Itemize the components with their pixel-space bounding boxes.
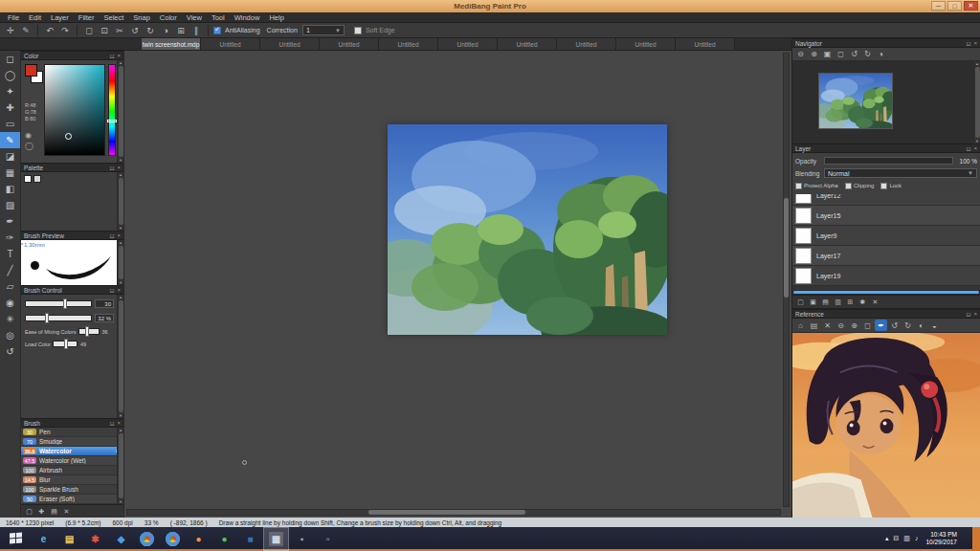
- tab-untitled-7[interactable]: Untitled: [557, 38, 616, 50]
- tab-untitled-2[interactable]: Untitled: [260, 38, 320, 50]
- layer-list-scrollbar[interactable]: [792, 290, 980, 295]
- nav-rotate-left-icon[interactable]: ↺: [848, 49, 860, 60]
- canvas-hscrollbar[interactable]: [126, 509, 781, 516]
- menu-item-filter[interactable]: Filter: [74, 13, 100, 22]
- brush-item-blur[interactable]: 14.5Blur: [21, 475, 123, 485]
- brush-preview-scrollbar[interactable]: ▲▼: [117, 240, 123, 285]
- layer-row[interactable]: Layer12: [792, 194, 980, 206]
- battery-icon[interactable]: ⊟: [893, 535, 899, 542]
- lock-checkbox[interactable]: [880, 183, 887, 189]
- opacity-slider[interactable]: [824, 157, 953, 165]
- popout-icon[interactable]: ⊡: [109, 287, 114, 294]
- close-panel-icon[interactable]: ×: [117, 53, 121, 59]
- ref-eyedropper-icon[interactable]: ✒: [875, 320, 887, 331]
- brush-item-eraser-soft-[interactable]: 50Eraser (Soft): [21, 495, 123, 504]
- pen-settings-icon[interactable]: ✎: [19, 25, 33, 36]
- gradient-tool-icon[interactable]: ▨: [0, 197, 20, 213]
- load-color-slider[interactable]: [53, 341, 78, 347]
- ref-home-icon[interactable]: ⌂: [794, 320, 807, 331]
- popout-icon[interactable]: ⊡: [109, 232, 114, 239]
- popout-icon[interactable]: ⊡: [966, 40, 970, 47]
- ref-rotate-left-icon[interactable]: ↺: [888, 320, 901, 331]
- brush-item-pen[interactable]: 30Pen: [21, 428, 123, 437]
- delete-brush-icon[interactable]: ✕: [61, 507, 72, 517]
- close-panel-icon[interactable]: ×: [973, 311, 977, 318]
- brush-tool-icon[interactable]: ✎: [0, 132, 20, 148]
- correction-dropdown[interactable]: 1 ▼: [302, 25, 345, 35]
- palette-swatch[interactable]: [24, 175, 32, 183]
- select-pen-tool-icon[interactable]: ✒: [0, 213, 20, 230]
- hue-marker[interactable]: [107, 120, 117, 122]
- hand-tool-icon[interactable]: ✳: [0, 311, 20, 327]
- eyedropper-tool-icon[interactable]: ◉: [0, 295, 20, 311]
- taskbar-app-navy[interactable]: ■: [237, 527, 263, 551]
- menu-item-layer[interactable]: Layer: [46, 13, 74, 22]
- menu-item-help[interactable]: Help: [264, 13, 288, 22]
- taskbar-firefox[interactable]: ●: [186, 527, 212, 551]
- cursor-icon[interactable]: ✛: [4, 25, 17, 36]
- close-panel-icon[interactable]: ×: [117, 420, 121, 427]
- select-all-icon[interactable]: ◻: [82, 25, 96, 36]
- fill-tool-icon[interactable]: ◧: [0, 181, 20, 197]
- delete-layer-icon[interactable]: ✕: [870, 298, 880, 307]
- new-brush-icon[interactable]: ▢: [24, 507, 34, 517]
- palette-panel[interactable]: ▲▼: [21, 172, 123, 231]
- close-panel-icon[interactable]: ×: [973, 145, 977, 152]
- menu-item-color[interactable]: Color: [155, 13, 182, 22]
- taskbar-clock[interactable]: 10:43 PM 10/29/2017: [923, 531, 960, 546]
- palette-swatch[interactable]: [33, 175, 41, 183]
- navigator-view[interactable]: ▲▼: [792, 61, 980, 143]
- lasso-tool-icon[interactable]: ◯: [0, 67, 20, 83]
- nav-fit-icon[interactable]: ▣: [821, 49, 834, 60]
- dot-tool-icon[interactable]: ▦: [0, 165, 20, 181]
- taskbar-chrome-2[interactable]: [160, 527, 186, 551]
- color-picker-marker[interactable]: [65, 133, 72, 140]
- nav-actual-size-icon[interactable]: ◻: [835, 49, 847, 60]
- tab-untitled-8[interactable]: Untitled: [616, 38, 676, 50]
- layer-row[interactable]: Layer19: [792, 266, 980, 286]
- clipping-checkbox[interactable]: [845, 183, 852, 189]
- taskbar-medibang[interactable]: ▦: [263, 527, 289, 551]
- blending-dropdown[interactable]: Normal ▼: [824, 168, 977, 178]
- close-panel-icon[interactable]: ×: [117, 232, 121, 239]
- menu-item-tool[interactable]: Tool: [207, 13, 230, 22]
- duplicate-layer-icon[interactable]: ▣: [808, 298, 818, 307]
- grid-snap-icon[interactable]: ⊞: [174, 25, 188, 36]
- popout-icon[interactable]: ⊡: [966, 311, 970, 318]
- brush-item-airbrush[interactable]: 100Airbrush: [21, 466, 123, 475]
- taskbar-chrome[interactable]: [134, 527, 160, 551]
- parallel-snap-icon[interactable]: ∥: [189, 25, 203, 36]
- taskbar-app-gray[interactable]: ▫: [315, 527, 341, 551]
- nav-rotate-right-icon[interactable]: ↻: [861, 49, 874, 60]
- taskbar-ie[interactable]: e: [31, 527, 56, 551]
- merge-layer-icon[interactable]: ⊞: [845, 298, 856, 307]
- popout-icon[interactable]: ⊡: [109, 53, 114, 59]
- text-tool-icon[interactable]: T: [0, 246, 20, 262]
- shape-tool-icon[interactable]: ▱: [0, 278, 20, 295]
- eraser-tool-icon[interactable]: ◪: [0, 148, 20, 165]
- brush-size-slider[interactable]: [25, 300, 92, 307]
- palette-scrollbar[interactable]: ▲▼: [117, 172, 123, 231]
- tab-untitled-9[interactable]: Untitled: [676, 38, 735, 50]
- undo-icon[interactable]: ↶: [43, 25, 56, 36]
- tab-untitled-6[interactable]: Untitled: [498, 38, 557, 50]
- close-panel-icon[interactable]: ×: [973, 40, 977, 47]
- redo-icon[interactable]: ↷: [58, 25, 72, 36]
- popout-icon[interactable]: ⊡: [109, 420, 114, 427]
- antialiasing-checkbox[interactable]: [213, 27, 221, 34]
- taskbar-app-red[interactable]: ✱: [82, 527, 108, 551]
- hue-slider[interactable]: [108, 64, 116, 156]
- show-hidden-icons[interactable]: ▴: [885, 535, 889, 542]
- layer-settings-icon[interactable]: ✱: [858, 298, 868, 307]
- menu-item-window[interactable]: Window: [230, 13, 265, 22]
- nav-zoom-in-icon[interactable]: ⊕: [808, 49, 820, 60]
- navigator-scrollbar[interactable]: ▲▼: [973, 61, 980, 143]
- zoom-tool-icon[interactable]: ◎: [0, 327, 20, 343]
- popout-icon[interactable]: ⊡: [966, 145, 970, 152]
- menu-item-snap[interactable]: Snap: [128, 13, 155, 22]
- new-layer-icon[interactable]: ▢: [795, 298, 806, 307]
- foreground-color-swatch[interactable]: [25, 64, 37, 77]
- saturation-value-picker[interactable]: [44, 64, 105, 156]
- move-tool-icon[interactable]: ✚: [0, 99, 20, 116]
- menu-item-edit[interactable]: Edit: [24, 13, 46, 22]
